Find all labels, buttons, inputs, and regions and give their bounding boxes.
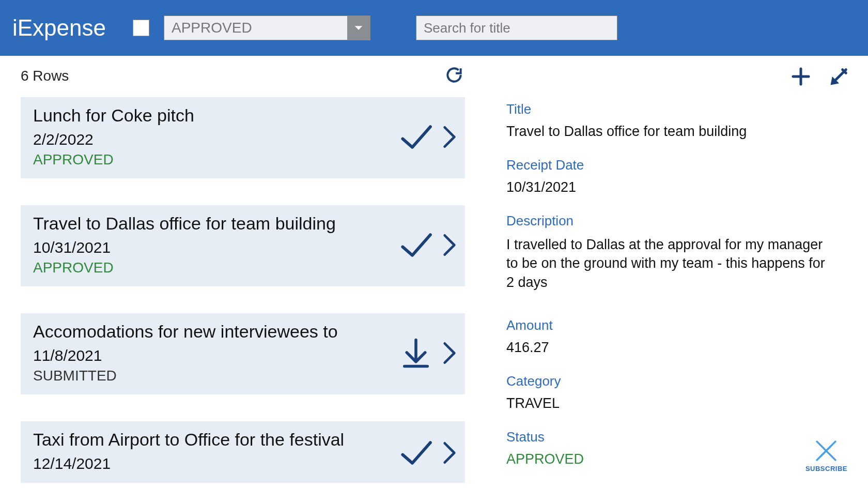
- expense-card[interactable]: Taxi from Airport to Office for the fest…: [21, 421, 465, 483]
- list-header: 6 Rows: [21, 65, 468, 87]
- value-status: APPROVED: [506, 451, 846, 467]
- expense-card-title: Accomodations for new interviewees to: [33, 322, 453, 342]
- detail-scroll[interactable]: Title Travel to Dallas office for team b…: [506, 101, 849, 483]
- subscribe-label: SUBSCRIBE: [805, 465, 847, 472]
- app-header: iExpense APPROVED: [0, 0, 868, 56]
- expense-card-status: APPROVED: [33, 151, 453, 168]
- chevron-right-icon[interactable]: [442, 440, 457, 467]
- check-icon[interactable]: [398, 437, 434, 470]
- download-icon[interactable]: [398, 338, 434, 371]
- expense-card[interactable]: Lunch for Coke pitch2/2/2022APPROVED: [21, 97, 465, 178]
- label-category: Category: [506, 373, 846, 389]
- expense-card-date: 11/8/2021: [33, 347, 453, 364]
- check-icon[interactable]: [398, 121, 434, 155]
- expense-list-pane: 6 Rows Lunch for Coke pitch2/2/2022APPRO…: [0, 56, 475, 488]
- expense-card-actions: [398, 338, 457, 371]
- expense-card-actions: [398, 437, 457, 470]
- expense-card-date: 2/2/2022: [33, 131, 453, 148]
- label-status: Status: [506, 429, 846, 445]
- row-count-label: 6 Rows: [21, 68, 69, 84]
- app-title: iExpense: [12, 15, 106, 41]
- expense-card-date: 10/31/2021: [33, 239, 453, 256]
- expense-card-date: 12/14/2021: [33, 455, 453, 472]
- status-filter-select[interactable]: APPROVED: [164, 16, 370, 40]
- label-amount: Amount: [506, 317, 846, 333]
- expense-card-title: Lunch for Coke pitch: [33, 105, 453, 126]
- label-title: Title: [506, 101, 846, 117]
- expense-list-scroll[interactable]: Lunch for Coke pitch2/2/2022APPROVEDTrav…: [21, 97, 468, 483]
- refresh-button[interactable]: [444, 65, 464, 87]
- expense-card-title: Taxi from Airport to Office for the fest…: [33, 430, 453, 450]
- value-description: I travelled to Dallas at the approval fo…: [506, 235, 827, 292]
- main-area: 6 Rows Lunch for Coke pitch2/2/2022APPRO…: [0, 56, 868, 488]
- detail-action-bar: [506, 66, 849, 89]
- header-checkbox[interactable]: [133, 20, 149, 36]
- value-title: Travel to Dallas office for team buildin…: [506, 124, 846, 140]
- chevron-right-icon[interactable]: [442, 125, 457, 151]
- chevron-right-icon[interactable]: [442, 341, 457, 368]
- search-input[interactable]: [416, 20, 617, 36]
- expense-card[interactable]: Accomodations for new interviewees to11/…: [21, 313, 465, 394]
- chevron-right-icon[interactable]: [442, 233, 457, 260]
- chevron-down-icon[interactable]: [347, 16, 370, 40]
- dna-icon: [812, 439, 840, 463]
- value-amount: 416.27: [506, 340, 846, 356]
- label-receipt-date: Receipt Date: [506, 157, 846, 173]
- expense-card-actions: [398, 121, 457, 155]
- add-button[interactable]: [791, 66, 811, 89]
- expense-card[interactable]: Travel to Dallas office for team buildin…: [21, 205, 465, 286]
- label-description: Description: [506, 213, 846, 229]
- expense-card-status: APPROVED: [33, 260, 453, 276]
- expense-card-status: SUBMITTED: [33, 368, 453, 384]
- search-box[interactable]: [416, 16, 617, 40]
- status-filter-value: APPROVED: [164, 20, 347, 36]
- subscribe-badge[interactable]: SUBSCRIBE: [805, 439, 847, 472]
- value-receipt-date: 10/31/2021: [506, 179, 846, 195]
- expense-card-actions: [398, 230, 457, 263]
- edit-button[interactable]: [829, 66, 849, 89]
- expense-card-title: Travel to Dallas office for team buildin…: [33, 213, 453, 234]
- check-icon[interactable]: [398, 230, 434, 263]
- expense-detail-pane: Title Travel to Dallas office for team b…: [475, 56, 868, 488]
- value-category: TRAVEL: [506, 395, 846, 411]
